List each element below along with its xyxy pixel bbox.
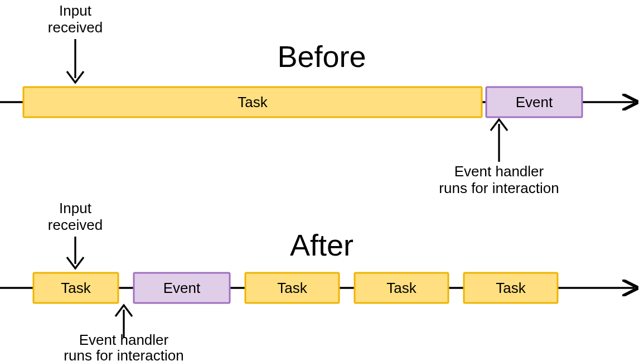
before-title: Before — [277, 40, 366, 73]
after-event-box: Event — [134, 273, 230, 303]
before-input-arrow — [67, 39, 84, 83]
after-task-label-1: Task — [61, 280, 91, 296]
before-task-label: Task — [238, 94, 268, 110]
after-task-label-3: Task — [386, 280, 417, 296]
before-event-box: Event — [486, 87, 582, 117]
after-event-label: Event — [163, 280, 201, 296]
after-task-label-2: Task — [277, 280, 307, 296]
before-input-label-l2: received — [48, 19, 103, 36]
before-handler-label-l1: Event handler — [454, 163, 544, 180]
after-handler-label-l1: Event handler — [79, 331, 169, 348]
before-event-label: Event — [516, 94, 553, 110]
after-handler-label-l2: runs for interaction — [64, 347, 183, 361]
diagram-root: Before Input received Task Event Event h… — [0, 0, 644, 361]
after-input-arrow — [67, 237, 84, 268]
before-handler-label-l2: runs for interaction — [439, 180, 559, 196]
after-input-label-l2: received — [48, 216, 103, 233]
after-task-box-2: Task — [245, 273, 339, 303]
after-task-box-3: Task — [355, 273, 448, 303]
before-task-box: Task — [23, 87, 482, 117]
before-input-label-l1: Input — [59, 2, 92, 19]
before-handler-arrow — [491, 119, 507, 162]
after-title: After — [290, 228, 354, 262]
after-task-box-4: Task — [464, 273, 558, 303]
after-task-box-1: Task — [33, 273, 118, 303]
after-input-label-l1: Input — [59, 200, 92, 216]
after-task-label-4: Task — [496, 280, 526, 296]
